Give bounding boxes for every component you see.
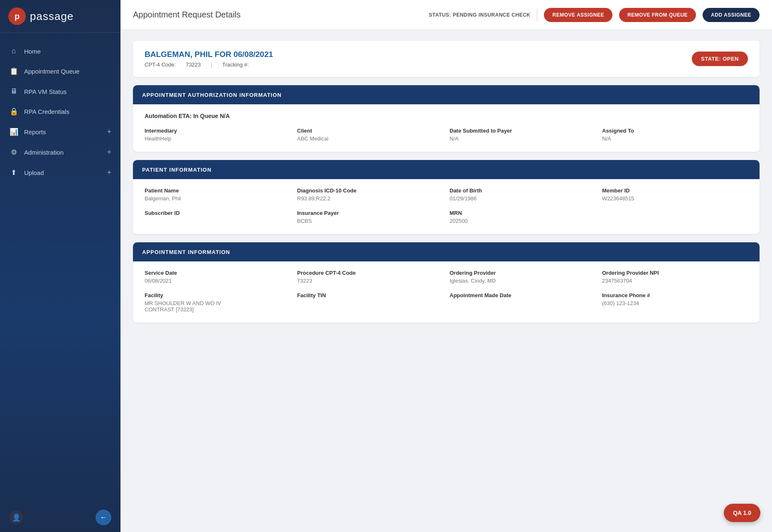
field-ordering-provider-npi: Ordering Provider NPI 2347563704 [602,270,748,284]
vm-icon: 🖥 [9,87,18,96]
sidebar-logo: p passage [0,0,120,33]
field-label: Insurance Payer [297,210,443,216]
patient-info-header: PATIENT INFORMATION [133,160,760,179]
field-label: Patient Name [145,187,290,194]
field-appointment-made-date: Appointment Made Date [450,292,595,313]
field-label: Procedure CPT-4 Code [297,270,443,276]
remove-assignee-button[interactable]: REMOVE ASSIGNEE [544,8,612,22]
appointment-auth-body: Automation ETA: In Queue N/A Intermediar… [133,104,760,152]
field-value: (630) 123-1234 [602,300,748,306]
expand-icon: + [107,128,111,136]
sidebar-item-label: Home [24,48,41,55]
logo-text: passage [30,10,74,23]
appointment-auth-section: APPOINTMENT AUTHORIZATION INFORMATION Au… [133,85,760,152]
field-date-submitted: Date Submitted to Payer N/A [450,128,595,142]
field-label: Intermediary [145,128,290,134]
field-facility-tin: Facility TIN [297,292,443,313]
upload-icon: ⬆ [9,168,18,177]
appointment-info-row2: Facility MR SHOULDER W AND WO IV CONTRAS… [145,292,748,313]
appointment-info-section: APPOINTMENT INFORMATION Service Date 06/… [133,242,760,323]
page-title: Appointment Request Details [133,10,422,20]
patient-info-row2: Subscriber ID Insurance Payer BCBS MRN 2… [145,210,748,224]
field-label: Ordering Provider [450,270,595,276]
sidebar: p passage ⌂ Home 📋 Appointment Queue 🖥 R… [0,0,120,532]
sidebar-item-upload[interactable]: ⬆ Upload + [0,163,120,183]
field-label: Date of Birth [450,187,595,194]
field-value: N/A [450,135,595,142]
field-value: 01/29/1986 [450,195,595,202]
user-icon: 👤 [12,513,21,522]
tracking-label: Tracking #: [222,62,249,68]
logo-icon: p [8,7,26,25]
sidebar-item-label: Upload [24,169,44,176]
content-area: BALGEMAN, PHIL FOR 06/08/2021 CPT-4 Code… [120,30,772,532]
user-avatar[interactable]: 👤 [9,510,23,525]
field-member-id: Member ID W223648515 [602,187,748,202]
field-label: Insurance Phone # [602,292,748,298]
field-insurance-payer: Insurance Payer BCBS [297,210,443,224]
field-label: Appointment Made Date [450,292,595,298]
field-procedure-cpt: Procedure CPT-4 Code 73223 [297,270,443,284]
sidebar-item-reports[interactable]: 📊 Reports + [0,122,120,142]
field-label: Diagnosis ICD-10 Code [297,187,443,194]
sidebar-item-label: RPA VM Status [24,88,66,95]
field-value: 06/08/2021 [145,278,290,284]
field-patient-name: Patient Name Balgeman, Phil [145,187,290,202]
main-content: Appointment Request Details STATUS: PEND… [120,0,772,532]
field-value: W223648515 [602,195,748,202]
field-label: MRN [450,210,595,216]
field-value: HealthHelp [145,135,290,142]
sidebar-item-appointment-queue[interactable]: 📋 Appointment Queue [0,61,120,81]
sidebar-item-administration[interactable]: ⚙ Administration + [0,142,120,163]
field-value: ABC Medical [297,135,443,142]
add-assignee-button[interactable]: ADD ASSIGNEE [703,8,760,22]
patient-header-card: BALGEMAN, PHIL FOR 06/08/2021 CPT-4 Code… [133,41,760,77]
appointment-info-header: APPOINTMENT INFORMATION [133,242,760,261]
field-client: Client ABC Medical [297,128,443,142]
cpt-value: 73223 [186,62,201,68]
sidebar-nav: ⌂ Home 📋 Appointment Queue 🖥 RPA VM Stat… [0,33,120,503]
field-label: Service Date [145,270,290,276]
back-button[interactable]: ← [96,510,111,525]
patient-info-section: PATIENT INFORMATION Patient Name Balgema… [133,160,760,234]
appointment-auth-title: APPOINTMENT AUTHORIZATION INFORMATION [142,92,282,98]
field-value: N/A [602,135,748,142]
sidebar-item-home[interactable]: ⌂ Home [0,41,120,61]
patient-header-left: BALGEMAN, PHIL FOR 06/08/2021 CPT-4 Code… [145,50,273,68]
field-value: MR SHOULDER W AND WO IV CONTRAST [73223] [145,300,290,313]
automation-eta: Automation ETA: In Queue N/A [145,113,748,119]
sidebar-item-rpa-credentials[interactable]: 🔒 RPA Credentials [0,101,120,122]
state-badge: STATE: OPEN [692,52,748,66]
field-value: R93.89;R22.2 [297,195,443,202]
field-value: 2347563704 [602,278,748,284]
field-diagnosis: Diagnosis ICD-10 Code R93.89;R22.2 [297,187,443,202]
sidebar-item-label: Administration [24,149,64,156]
appointment-auth-fields: Intermediary HealthHelp Client ABC Medic… [145,128,748,142]
qa-button[interactable]: QA 1.0 [724,504,760,522]
field-value: Balgeman, Phil [145,195,290,202]
field-subscriber-id: Subscriber ID [145,210,290,224]
remove-from-queue-button[interactable]: REMOVE FROM QUEUE [619,8,696,22]
topbar-divider [537,9,537,21]
patient-info-row1: Patient Name Balgeman, Phil Diagnosis IC… [145,187,748,202]
appointment-info-body: Service Date 06/08/2021 Procedure CPT-4 … [133,261,760,323]
field-service-date: Service Date 06/08/2021 [145,270,290,284]
patient-meta: CPT-4 Code: 73223 | Tracking #: [145,62,273,68]
field-label: Assigned To [602,128,748,134]
topbar: Appointment Request Details STATUS: PEND… [120,0,772,30]
calendar-icon: 📋 [9,67,18,76]
field-insurance-phone: Insurance Phone # (630) 123-1234 [602,292,748,313]
field-facility: Facility MR SHOULDER W AND WO IV CONTRAS… [145,292,290,313]
field-value: Iglesias, Cindy, MD [450,278,595,284]
field-label: Ordering Provider NPI [602,270,748,276]
field-intermediary: Intermediary HealthHelp [145,128,290,142]
sidebar-item-rpa-vm-status[interactable]: 🖥 RPA VM Status [0,81,120,101]
cpt-label: CPT-4 Code: [145,62,176,68]
field-label: Facility TIN [297,292,443,298]
patient-name: BALGEMAN, PHIL FOR 06/08/2021 [145,50,273,59]
appointment-auth-header: APPOINTMENT AUTHORIZATION INFORMATION [133,85,760,104]
field-label: Date Submitted to Payer [450,128,595,134]
field-assigned-to: Assigned To N/A [602,128,748,142]
field-dob: Date of Birth 01/29/1986 [450,187,595,202]
meta-separator: | [211,62,212,68]
